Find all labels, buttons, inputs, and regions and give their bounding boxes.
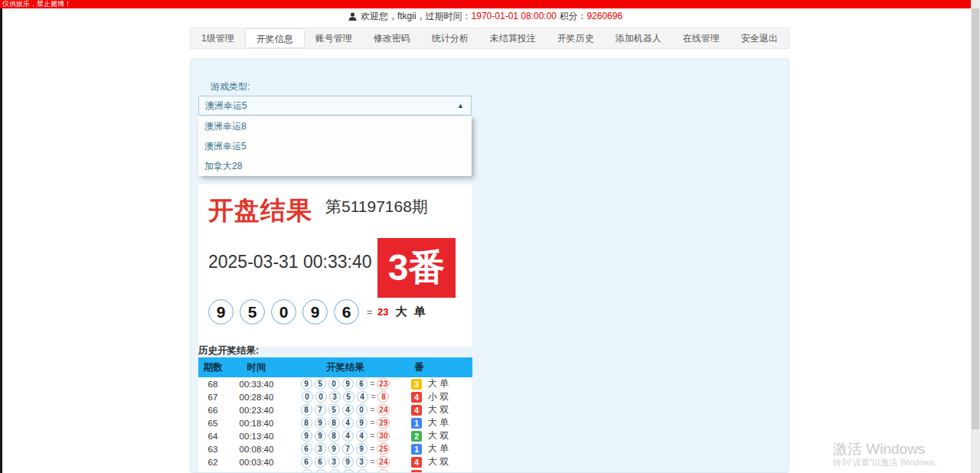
result-sum: 23: [377, 306, 388, 318]
row-time: 00:08:40: [227, 445, 286, 454]
fan-badge: [411, 470, 422, 473]
result-ball-3: 0: [271, 299, 296, 325]
result-size: 大: [395, 305, 407, 319]
expire-label: ，过期时间：: [416, 11, 472, 21]
page: 仅供娱乐，禁止赌博！ 欢迎您，ftkgii，过期时间：1970-01-01 08…: [0, 0, 980, 473]
nav-tab-6[interactable]: 未结算投注: [479, 28, 547, 48]
dropdown-option-3[interactable]: 加拿大28: [198, 156, 472, 176]
ball-2: 3: [315, 443, 326, 455]
ball-5: 6: [356, 378, 368, 390]
row-fan: [405, 470, 472, 473]
row-fan: 2大 双: [405, 429, 472, 442]
row-fan: 4大 双: [405, 403, 472, 416]
row-time: 00:18:40: [227, 419, 286, 428]
row-time: 00:33:40: [227, 380, 286, 389]
chevron-up-icon: ▲: [457, 96, 464, 115]
ball-3: 8: [328, 417, 340, 429]
left-edge-strip: [0, 8, 2, 473]
row-fan: 4小 双: [405, 390, 472, 403]
result-datetime: 2025-03-31 00:33:40: [208, 252, 372, 272]
row-sum: 29: [377, 417, 390, 429]
row-size-parity: 大 双: [428, 403, 449, 416]
col-time: 时间: [227, 361, 286, 374]
history-row-1: 6800:33:4095096=233大 单: [198, 377, 472, 390]
dropdown-option-2[interactable]: 澳洲幸运5: [198, 136, 472, 156]
history-title: 历史开奖结果:: [198, 344, 259, 357]
ball-3: 9: [328, 443, 340, 455]
ball-3: 3: [329, 391, 341, 403]
nav-tab-2[interactable]: 开奖信息: [245, 28, 305, 48]
ball-1: 9: [301, 378, 312, 390]
equals-sign: =: [367, 307, 372, 318]
game-type-dropdown: 澳洲幸运8澳洲幸运5加拿大28: [198, 116, 472, 176]
col-result: 开奖结果: [286, 361, 405, 374]
row-result: 95096=23: [286, 378, 405, 390]
points-label: 积分：: [559, 11, 586, 21]
user-bar: 欢迎您，ftkgii，过期时间：1970-01-01 08:00:00 积分：9…: [0, 8, 971, 24]
equals-sign: =: [371, 445, 375, 453]
ball-4: 4: [342, 417, 354, 429]
ball-1: 0: [302, 391, 313, 403]
result-issue: 第51197168期: [325, 196, 428, 217]
game-type-select[interactable]: 澳洲幸运5 ▲: [198, 96, 472, 116]
ball-3: 8: [328, 430, 340, 442]
game-type-label: 游戏类型:: [211, 80, 250, 93]
result-ball-5: 6: [334, 299, 359, 325]
ball-1: 8: [301, 417, 312, 429]
history-table: 期数 时间 开奖结果 番 6800:33:4095096=233大 单6700:…: [198, 357, 472, 473]
ball-3: 5: [328, 404, 340, 416]
windows-watermark: 激活 Windows 转到“设置”以激活 Windows。: [833, 441, 942, 468]
watermark-line2: 转到“设置”以激活 Windows。: [833, 457, 942, 468]
row-sum: 8: [377, 391, 389, 403]
ball-5: 9: [356, 443, 368, 455]
nav-tab-10[interactable]: 安全退出: [730, 28, 789, 48]
ball-2: 9: [315, 430, 326, 442]
watermark-line1: 激活 Windows: [833, 441, 942, 457]
result-block: 开盘结果 第51197168期 2025-03-31 00:33:40 3番 9…: [198, 184, 472, 347]
row-result: 87540=24: [286, 404, 405, 416]
ball-1: 6: [301, 443, 312, 455]
ball-4: 4: [342, 404, 354, 416]
row-fan: 4大 双: [405, 455, 472, 468]
history-row-5: 6400:13:4099844=302大 双: [198, 429, 472, 442]
row-issue: 64: [198, 432, 227, 441]
nav-tab-7[interactable]: 开奖历史: [547, 28, 605, 48]
col-fan: 番: [405, 361, 472, 374]
ball-4: 7: [342, 443, 354, 455]
scrollbar-thumb[interactable]: [972, 8, 979, 429]
nav-tab-8[interactable]: 添加机器人: [605, 28, 672, 48]
col-issue: 期数: [198, 361, 227, 374]
row-result: 89849=29: [286, 417, 405, 429]
equals-sign: =: [371, 432, 375, 440]
dropdown-option-1[interactable]: 澳洲幸运8: [198, 116, 472, 136]
history-row-3: 6600:23:4087540=244大 双: [198, 403, 472, 416]
equals-sign: =: [371, 380, 375, 388]
history-row-4: 6500:18:4089849=291大 单: [198, 416, 472, 429]
row-size-parity: 大 双: [428, 455, 449, 468]
result-numbers: 95096= 23 大 单: [208, 299, 432, 325]
fan-badge: 4: [411, 405, 422, 416]
ball-3: 0: [328, 378, 340, 390]
row-issue: 67: [198, 393, 227, 402]
nav-tab-4[interactable]: 修改密码: [363, 28, 421, 48]
ball-5: 0: [356, 404, 368, 416]
ball-4: 9: [342, 456, 354, 468]
ball-2: [315, 469, 327, 473]
nav-tab-1[interactable]: 1级管理: [191, 28, 245, 48]
nav-tab-9[interactable]: 在线管理: [672, 28, 730, 48]
ball-1: 6: [301, 456, 312, 468]
row-sum: 30: [377, 430, 390, 442]
row-time: 00:28:40: [227, 393, 286, 402]
history-rows: 6800:33:4095096=233大 单6700:28:4000354=84…: [198, 377, 472, 473]
row-result: 99844=30: [286, 430, 405, 442]
nav-tab-5[interactable]: 统计分析: [421, 28, 479, 48]
fan-badge: 4: [411, 392, 422, 403]
row-issue: 63: [198, 445, 227, 454]
row-fan: 1大 单: [405, 442, 472, 455]
row-issue: 68: [198, 380, 227, 389]
equals-sign: =: [371, 419, 375, 427]
scrollbar[interactable]: [971, 0, 980, 473]
nav-tab-3[interactable]: 账号管理: [305, 28, 363, 48]
result-parity: 单: [413, 305, 425, 319]
equals-sign: =: [371, 458, 375, 466]
